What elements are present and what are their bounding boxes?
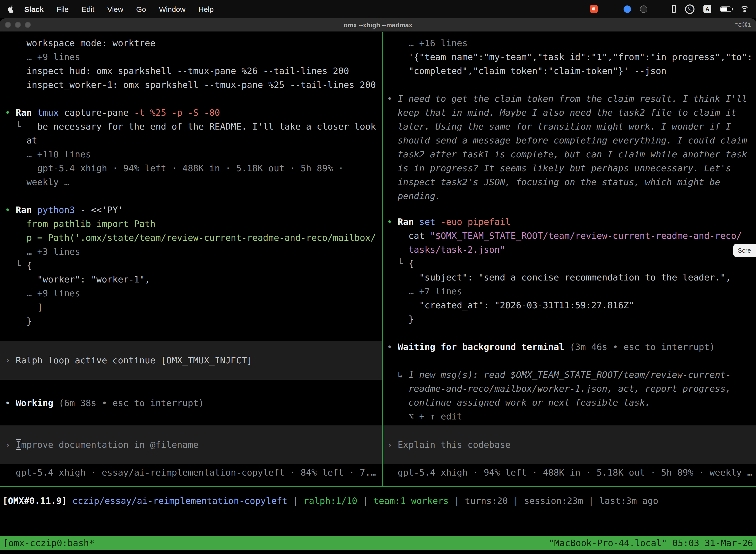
terminal-line: … +110 lines: [5, 148, 382, 161]
terminal-line: later. Using the same for transition mig…: [387, 120, 756, 133]
terminal-content: workspace_mode: worktree … +9 lines insp…: [0, 32, 756, 554]
omx-session-status: [OMX#0.11.9] cczip/essay/ai-reimplementa…: [2, 494, 756, 508]
thinking-block: • I need to get the claim token from the…: [387, 92, 756, 203]
app-icon-blue[interactable]: [624, 5, 631, 13]
tmux-status-bar: [omx-cczip0:bash* "MacBook-Pro-44.local"…: [0, 536, 756, 550]
prompt-input-right[interactable]: › Explain this codebase: [383, 426, 756, 464]
terminal-line: [OMX#0.11.9] cczip/essay/ai-reimplementa…: [2, 494, 756, 508]
window-title: omx --xhigh --madmax: [0, 21, 756, 29]
terminal-window: omx --xhigh --madmax ⌥⌘1 workspace_mode:…: [0, 18, 756, 554]
terminal-line: └ {: [5, 259, 382, 273]
terminal-line: › Improve documentation in @filename: [5, 438, 382, 452]
terminal-line: … +7 lines: [387, 284, 756, 298]
terminal-line: • Working (6m 38s • esc to interrupt): [5, 396, 382, 410]
tmux-host-clock: "MacBook-Pro-44.local" 05:03 31-Mar-26: [549, 536, 753, 550]
terminal-line: "created_at": "2026-03-31T11:59:27.816Z": [387, 298, 756, 312]
command-tail-output: … +16 lines '{"team_name":"my-team","tas…: [387, 36, 756, 78]
ran-python3-heredoc: • Ran python3 - <<'PY' from pathlib impo…: [5, 203, 382, 328]
menu-items: FileEditViewGoWindowHelp: [57, 5, 213, 13]
menu-bar: Slack FileEditViewGoWindowHelp 61 A: [0, 0, 756, 18]
terminal-line: • Ran set -euo pipefail: [387, 215, 756, 229]
menu-go[interactable]: Go: [136, 5, 146, 13]
terminal-line: … +3 lines: [5, 245, 382, 259]
terminal-line: readme-and-reco/mailbox/worker-1.json, a…: [387, 382, 756, 396]
model-status-right: gpt-5.4 xhigh · 94% left · 488K in · 5.1…: [387, 466, 756, 480]
terminal-line: workspace_mode: worktree: [5, 36, 382, 50]
apple-menu[interactable]: [7, 5, 14, 13]
terminal-line: cat "$OMX_TEAM_STATE_ROOT/team/review-cu…: [387, 229, 756, 243]
ralph-loop-banner[interactable]: › Ralph loop active continue [OMX_TMUX_I…: [0, 341, 382, 380]
terminal-line: › Ralph loop active continue [OMX_TMUX_I…: [5, 353, 382, 367]
terminal-line: }: [387, 312, 756, 326]
terminal-line: "worker": "worker-1",: [5, 273, 382, 286]
screen-share-tab[interactable]: Scre: [734, 244, 756, 257]
close-button[interactable]: [5, 22, 11, 28]
menu-window[interactable]: Window: [159, 5, 186, 13]
prompt-input-left[interactable]: › Improve documentation in @filename: [0, 426, 382, 464]
terminal-line: "subject": "send a concise recommendatio…: [387, 271, 756, 284]
terminal-line: }: [5, 314, 382, 328]
working-status: • Working (6m 38s • esc to interrupt): [5, 396, 382, 410]
terminal-line: gpt-5.4 xhigh · 94% left · 488K in · 5.1…: [5, 161, 382, 175]
terminal-line: should send a message before completing …: [387, 133, 756, 148]
terminal-line: inspect_worker-1: omx sparkshell --tmux-…: [5, 78, 382, 92]
apple-icon: [7, 5, 14, 13]
dots-grid-icon[interactable]: [656, 6, 663, 12]
terminal-line: is in progress? It seems likely but perh…: [387, 161, 756, 175]
left-pane[interactable]: workspace_mode: worktree … +9 lines insp…: [0, 32, 382, 486]
terminal-line: tasks/task-2.json": [387, 243, 756, 257]
terminal-line: inspect_hud: omx sparkshell --tmux-pane …: [5, 64, 382, 78]
terminal-line: • Ran tmux capture-pane -t %25 -p -S -80: [5, 106, 382, 120]
terminal-line: … +9 lines: [5, 286, 382, 300]
terminal-line: from pathlib import Path: [5, 217, 382, 231]
menu-view[interactable]: View: [107, 5, 123, 13]
terminal-line: continue assigned work or next feasible …: [387, 396, 756, 409]
traffic-lights: [5, 22, 31, 28]
session-config-output: workspace_mode: worktree … +9 lines insp…: [5, 36, 382, 92]
window-shortcut: ⌥⌘1: [735, 21, 751, 28]
bottom-pane: [OMX#0.11.9] cczip/essay/ai-reimplementa…: [0, 487, 756, 535]
title-bar[interactable]: omx --xhigh --madmax ⌥⌘1: [0, 18, 756, 32]
terminal-line: └ {: [387, 257, 756, 271]
wifi-icon[interactable]: [740, 6, 749, 12]
terminal-line: › Explain this codebase: [387, 438, 756, 452]
terminal-line: p = Path('.omx/state/team/review-current…: [5, 231, 382, 245]
terminal-line: ]: [5, 300, 382, 314]
screen-recording-icon[interactable]: [590, 5, 598, 13]
terminal-line: ↳ 1 new msg(s): read $OMX_TEAM_STATE_ROO…: [387, 368, 756, 382]
terminal-line: "completed","claim_token":"claim-token"}…: [387, 64, 756, 78]
mailbox-message: ↳ 1 new msg(s): read $OMX_TEAM_STATE_ROO…: [387, 368, 756, 424]
terminal-line: … +9 lines: [5, 50, 382, 64]
terminal-line: keep that in mind. Maybe I also need the…: [387, 106, 756, 120]
device-icon[interactable]: [672, 5, 676, 13]
menu-bar-icons: 61 A: [590, 4, 749, 14]
zoom-button[interactable]: [25, 22, 31, 28]
terminal-line: '{"team_name":"my-team","task_id":"1","f…: [387, 50, 756, 64]
app-icon-dark[interactable]: [640, 5, 647, 13]
terminal-line: gpt-5.4 xhigh · 94% left · 488K in · 5.1…: [387, 466, 756, 480]
terminal-line: pending.: [387, 189, 756, 203]
terminal-line: task2 after task1 is complete, but can I…: [387, 148, 756, 161]
ran-cat-task-json: • Ran set -euo pipefail cat "$OMX_TEAM_S…: [387, 215, 756, 326]
terminal-line: • Waiting for background terminal (3m 46…: [387, 340, 756, 354]
minimize-button[interactable]: [15, 22, 21, 28]
model-status-left: gpt-5.4 xhigh · essay/ai-reimplementatio…: [5, 466, 382, 480]
right-pane[interactable]: … +16 lines '{"team_name":"my-team","tas…: [383, 32, 756, 486]
ran-tmux-capture-pane: • Ran tmux capture-pane -t %25 -p -S -80…: [5, 106, 382, 189]
menu-help[interactable]: Help: [198, 5, 214, 13]
menu-edit[interactable]: Edit: [82, 5, 94, 13]
terminal-line: • I need to get the claim token from the…: [387, 92, 756, 106]
badge-61-icon[interactable]: 61: [685, 4, 694, 14]
input-source-icon[interactable]: A: [703, 5, 711, 13]
terminal-line: at: [5, 133, 382, 148]
tmux-session-label: [omx-cczip0:bash*: [3, 536, 94, 550]
menu-file[interactable]: File: [57, 5, 68, 13]
battery-icon[interactable]: [720, 6, 731, 12]
desktop: Slack FileEditViewGoWindowHelp 61 A omx …: [0, 0, 756, 554]
app-menu-slack[interactable]: Slack: [24, 5, 44, 13]
terminal-line: ⌥ + ↑ edit: [387, 409, 756, 424]
grid-icon[interactable]: [607, 5, 615, 13]
terminal-line: └ be necessary for the end of the README…: [5, 120, 382, 133]
terminal-line: gpt-5.4 xhigh · essay/ai-reimplementatio…: [5, 466, 382, 480]
waiting-status: • Waiting for background terminal (3m 46…: [387, 340, 756, 354]
